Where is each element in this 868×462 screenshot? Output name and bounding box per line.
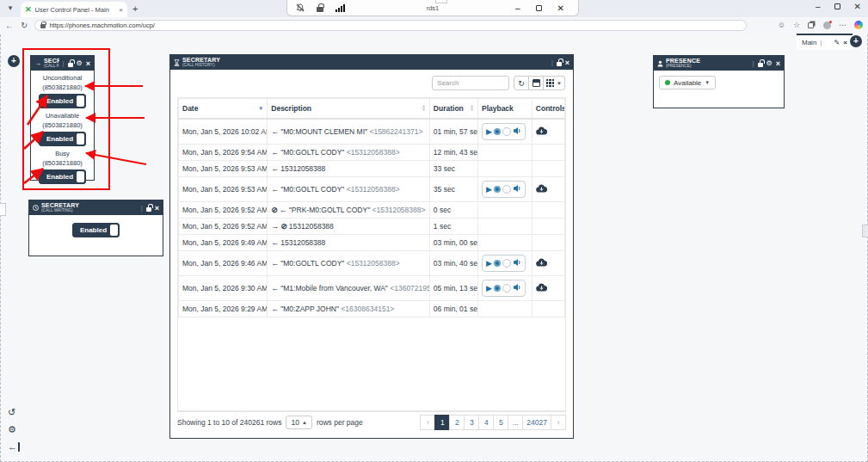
progress-knob[interactable] bbox=[502, 185, 511, 194]
dashboard-close-icon[interactable]: × bbox=[843, 39, 847, 46]
presence-status-dropdown[interactable]: Available ▼ bbox=[659, 76, 716, 89]
browser-tab[interactable]: ✕ User Control Panel - Main × bbox=[21, 2, 127, 17]
refresh-button[interactable]: ↻ bbox=[514, 76, 529, 90]
dashboard-tab-main[interactable]: Main | ✎ × bbox=[797, 34, 853, 50]
cf-busy-toggle[interactable]: Enabled bbox=[39, 169, 86, 184]
logout-icon[interactable]: ← bbox=[8, 442, 20, 452]
sort-icon[interactable]: ▲▼ bbox=[422, 105, 426, 111]
sort-desc-icon[interactable]: ▼ bbox=[258, 106, 263, 111]
page-button-1[interactable]: 1 bbox=[434, 415, 450, 430]
page-button-4[interactable]: 4 bbox=[478, 415, 494, 430]
address-bar[interactable]: https://phones.machmotion.com/ucp/ bbox=[34, 20, 747, 31]
browser-close-button[interactable]: ✕ bbox=[854, 2, 861, 11]
rdp-pin-notch[interactable] bbox=[435, 0, 447, 3]
dashboard-edit-icon[interactable]: ✎ bbox=[834, 39, 840, 46]
volume-icon[interactable] bbox=[513, 126, 521, 137]
collections-icon[interactable] bbox=[808, 22, 814, 28]
settings-gear-icon[interactable]: ⚙ bbox=[8, 425, 20, 434]
volume-icon[interactable] bbox=[513, 283, 521, 293]
copilot-icon[interactable] bbox=[854, 21, 863, 29]
cf-unconditional-toggle[interactable]: Enabled bbox=[39, 94, 86, 108]
progress-knob[interactable] bbox=[502, 284, 511, 293]
call-waiting-toggle[interactable]: Enabled bbox=[72, 223, 120, 237]
browser-restore-button[interactable] bbox=[834, 3, 840, 9]
add-widget-side-button[interactable]: + bbox=[8, 55, 20, 67]
page-prev-button[interactable]: ‹ bbox=[420, 415, 435, 430]
split-screen-icon[interactable]: ☺ bbox=[778, 21, 785, 29]
favicon-icon: ✕ bbox=[25, 5, 32, 14]
cell-playback bbox=[477, 145, 532, 161]
signal-bars-icon[interactable] bbox=[336, 4, 345, 12]
search-input[interactable] bbox=[432, 76, 509, 90]
audio-player[interactable]: ▶ bbox=[482, 255, 526, 272]
toggle-view-button[interactable] bbox=[528, 76, 544, 90]
widget-gear-icon[interactable]: ⚙ bbox=[766, 60, 773, 67]
widget-lock-icon[interactable] bbox=[557, 62, 562, 66]
settings-menu-icon[interactable]: ⋯ bbox=[839, 21, 846, 29]
column-header-date[interactable]: Date▼ bbox=[179, 99, 268, 120]
audio-player[interactable]: ▶ bbox=[482, 123, 526, 140]
connection-lock-icon[interactable] bbox=[317, 7, 323, 12]
sort-icon[interactable]: ▲▼ bbox=[470, 105, 474, 111]
widget-lock-icon[interactable] bbox=[758, 63, 763, 67]
play-icon[interactable]: ▶ bbox=[486, 127, 492, 136]
new-tab-button[interactable]: + bbox=[132, 3, 138, 14]
page-next-button[interactable]: › bbox=[551, 415, 566, 430]
cf-unavailable-toggle[interactable]: Enabled bbox=[39, 132, 86, 146]
reset-dashboard-icon[interactable]: ↺ bbox=[8, 408, 20, 417]
widget-close-icon[interactable]: × bbox=[86, 60, 90, 67]
cell-date: Mon, Jan 5, 2026 9:49 AM bbox=[179, 235, 268, 251]
widget-close-icon[interactable]: × bbox=[155, 205, 159, 212]
page-ellipsis: ... bbox=[508, 415, 523, 430]
column-header-description[interactable]: Description▲▼ bbox=[268, 99, 430, 120]
columns-dropdown-button[interactable]: ▼ bbox=[543, 76, 565, 90]
bell-muted-icon[interactable] bbox=[296, 3, 305, 12]
page-button-2[interactable]: 2 bbox=[449, 415, 465, 430]
widget-close-icon[interactable]: × bbox=[565, 59, 569, 66]
widget-lock-icon[interactable] bbox=[146, 207, 151, 212]
widget-gear-icon[interactable]: ⚙ bbox=[77, 60, 83, 67]
tab-search-icon[interactable]: ▾ bbox=[3, 3, 17, 15]
add-dashboard-button[interactable]: + bbox=[850, 35, 862, 47]
audio-player[interactable]: ▶ bbox=[482, 181, 526, 198]
column-header-duration[interactable]: Duration▲▼ bbox=[429, 99, 477, 120]
progress-knob[interactable] bbox=[502, 127, 511, 136]
download-icon[interactable] bbox=[536, 283, 547, 293]
showing-rows-text: Showing 1 to 10 of 240261 rows bbox=[177, 418, 281, 427]
cell-controls bbox=[532, 276, 564, 301]
volume-icon[interactable] bbox=[513, 258, 521, 268]
toggle-knob bbox=[77, 171, 84, 182]
rdp-minimize-button[interactable]: – bbox=[515, 3, 520, 13]
cell-playback bbox=[477, 235, 532, 251]
widget-lock-icon[interactable] bbox=[68, 63, 73, 67]
tab-close-icon[interactable]: × bbox=[119, 6, 123, 14]
play-icon[interactable]: ▶ bbox=[486, 259, 492, 268]
cell-duration: 05 min, 13 sec bbox=[429, 276, 477, 301]
rdp-restore-button[interactable] bbox=[536, 5, 542, 11]
back-icon[interactable]: ← bbox=[5, 21, 14, 30]
profile-avatar[interactable] bbox=[823, 22, 831, 29]
volume-icon[interactable] bbox=[513, 184, 521, 194]
rdp-connection-bar: rds1 – ✕ bbox=[286, 0, 579, 16]
browser-minimize-button[interactable]: – bbox=[816, 2, 821, 11]
page-button-24027[interactable]: 24027 bbox=[522, 415, 551, 430]
cell-controls bbox=[532, 145, 564, 161]
download-icon[interactable] bbox=[536, 126, 547, 137]
progress-knob[interactable] bbox=[502, 259, 511, 268]
download-icon[interactable] bbox=[536, 258, 547, 268]
page-button-3[interactable]: 3 bbox=[464, 415, 479, 430]
rdp-close-button[interactable]: ✕ bbox=[557, 3, 564, 13]
progress-dot-icon bbox=[494, 128, 501, 135]
play-icon[interactable]: ▶ bbox=[486, 185, 492, 194]
download-icon[interactable] bbox=[536, 184, 547, 194]
page-size-dropdown[interactable]: 10 ▲ bbox=[286, 416, 311, 429]
cf-number: (8503821880) bbox=[31, 159, 94, 167]
play-icon[interactable]: ▶ bbox=[486, 284, 492, 293]
dashboard-lock-icon[interactable] bbox=[825, 42, 830, 46]
reload-icon[interactable]: ↻ bbox=[21, 21, 28, 30]
favorites-star-icon[interactable]: ☆ bbox=[793, 21, 800, 29]
https-lock-icon[interactable] bbox=[40, 24, 46, 28]
audio-player[interactable]: ▶ bbox=[482, 280, 526, 297]
widget-close-icon[interactable]: × bbox=[776, 60, 780, 67]
page-button-5[interactable]: 5 bbox=[493, 415, 508, 430]
